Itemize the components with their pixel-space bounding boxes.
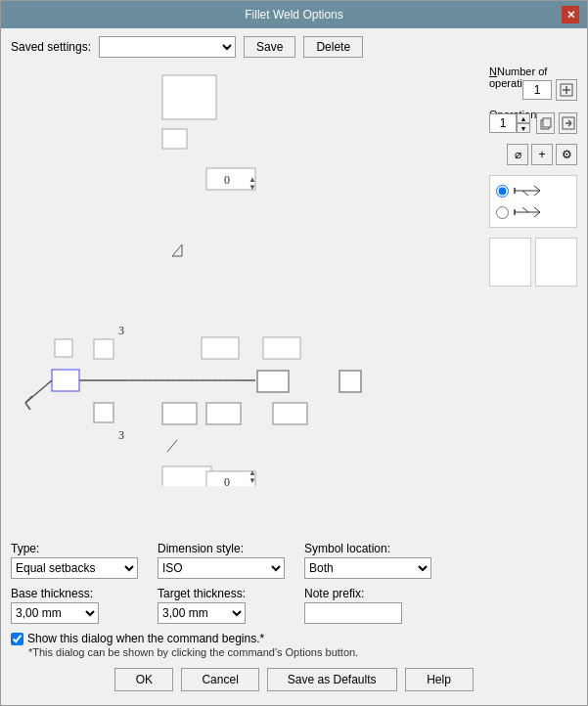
type-combo[interactable]: Equal setbacks (11, 557, 138, 579)
symbol-location-label: Symbol location: (304, 542, 441, 555)
show-dialog-row: Show this dialog when the command begins… (11, 632, 577, 645)
target-thickness-field-group: Target thickness: 3,00 mm (158, 587, 294, 624)
dropdown-row-2: Base thickness: 3,00 mm Target thickness… (11, 587, 577, 624)
weld-canvas (11, 66, 422, 486)
note-prefix-field-group: Note prefix: (304, 587, 441, 624)
title-bar: Fillet Weld Options ✕ (1, 1, 587, 28)
dropdown-row-1: Type: Equal setbacks Dimension style: IS… (11, 542, 577, 579)
target-thickness-combo[interactable]: 3,00 mm (158, 602, 246, 624)
cancel-button[interactable]: Cancel (181, 668, 258, 691)
svg-line-13 (522, 191, 528, 196)
saved-settings-combo[interactable] (99, 36, 236, 58)
dialog-content: Saved settings: Save Delete NNumber of o… (1, 28, 587, 705)
right-panel: NNumber of operations: Operation: (489, 66, 577, 534)
nav-icon (562, 116, 575, 130)
other-side-icon (513, 205, 542, 219)
radio-other-side[interactable] (496, 206, 509, 219)
main-area: NNumber of operations: Operation: (11, 66, 577, 534)
type-label: Type: (11, 542, 148, 555)
dimension-style-field-group: Dimension style: ISO (158, 542, 294, 579)
operation-down-button[interactable]: ▼ (517, 123, 530, 133)
svg-line-11 (534, 186, 540, 191)
help-button[interactable]: Help (405, 668, 474, 691)
operation-spinner-buttons: ▲ ▼ (517, 113, 530, 133)
num-ops-input[interactable] (522, 80, 552, 100)
svg-line-17 (534, 212, 540, 217)
num-ops-value-row (489, 79, 577, 101)
note-prefix-label: Note prefix: (304, 587, 441, 600)
symbol-box-2 (535, 238, 577, 287)
delete-button[interactable]: Delete (303, 36, 363, 58)
button-row: OK Cancel Save as Defaults Help (11, 662, 577, 697)
type-field-group: Type: Equal setbacks (11, 542, 148, 579)
close-button[interactable]: ✕ (562, 6, 579, 23)
num-ops-icon-button[interactable] (556, 79, 577, 101)
operation-copy-icon[interactable] (536, 112, 555, 134)
radio-item-other (496, 205, 570, 219)
arrow-side-icon (513, 184, 542, 198)
svg-rect-4 (543, 118, 551, 127)
weld-type-radio-group (489, 175, 577, 228)
gear-icon-button[interactable]: ⚙ (556, 144, 577, 165)
operation-nav-icon[interactable] (559, 112, 577, 134)
symbol-location-combo[interactable]: Both Arrow side Other side (304, 557, 431, 579)
ok-button[interactable]: OK (114, 668, 173, 691)
symbol-location-field-group: Symbol location: Both Arrow side Other s… (304, 542, 441, 579)
show-dialog-label: Show this dialog when the command begins… (27, 632, 264, 645)
dimension-style-label: Dimension style: (158, 542, 294, 555)
symbol-icons-row: ⌀ + ⚙ (489, 144, 577, 165)
operation-up-button[interactable]: ▲ (517, 113, 530, 123)
fillet-weld-dialog: Fillet Weld Options ✕ Saved settings: Sa… (0, 0, 588, 706)
symbol-box-1 (489, 238, 531, 287)
save-defaults-button[interactable]: Save as Defaults (267, 668, 397, 691)
base-thickness-combo[interactable]: 3,00 mm (11, 602, 99, 624)
svg-line-18 (522, 207, 528, 212)
dialog-title: Fillet Weld Options (26, 8, 562, 22)
base-thickness-field-group: Base thickness: 3,00 mm (11, 587, 148, 624)
svg-line-12 (534, 191, 540, 196)
saved-settings-row: Saved settings: Save Delete (11, 36, 577, 58)
operation-input[interactable] (489, 113, 517, 133)
show-dialog-checkbox[interactable] (11, 633, 23, 645)
checkbox-row: Show this dialog when the command begins… (11, 632, 577, 658)
radio-arrow-side[interactable] (496, 185, 509, 198)
drawing-area (11, 66, 483, 534)
target-thickness-label: Target thickness: (158, 587, 294, 600)
dimension-style-combo[interactable]: ISO (158, 557, 285, 579)
save-button[interactable]: Save (244, 36, 295, 58)
note-text: *This dialog can be shown by clicking th… (28, 646, 577, 658)
add-op-icon (560, 83, 573, 97)
operation-value-row: ▲ ▼ (489, 112, 577, 134)
plus-icon-button[interactable]: + (531, 144, 553, 165)
radio-item-arrow (496, 184, 570, 198)
base-thickness-label: Base thickness: (11, 587, 148, 600)
operation-spinner: ▲ ▼ (489, 113, 530, 133)
copy-icon (539, 116, 553, 130)
note-prefix-input[interactable] (304, 602, 402, 624)
saved-settings-label: Saved settings: (11, 40, 91, 54)
svg-line-16 (534, 207, 540, 212)
weld-symbol-boxes (489, 238, 577, 287)
diameter-icon-button[interactable]: ⌀ (507, 144, 528, 165)
